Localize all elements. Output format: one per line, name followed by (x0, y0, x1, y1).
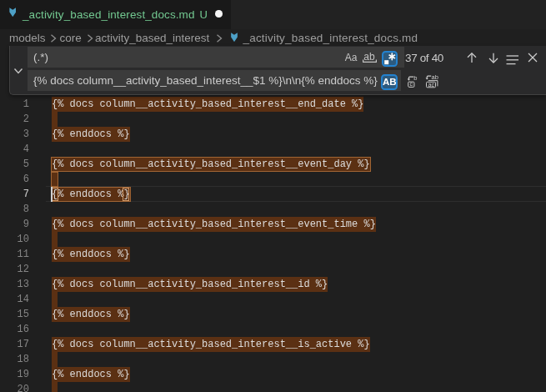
svg-text:ac: ac (428, 82, 434, 88)
svg-text:ab: ab (431, 75, 438, 81)
svg-text:c: c (409, 81, 413, 87)
svg-text:b: b (413, 76, 417, 82)
